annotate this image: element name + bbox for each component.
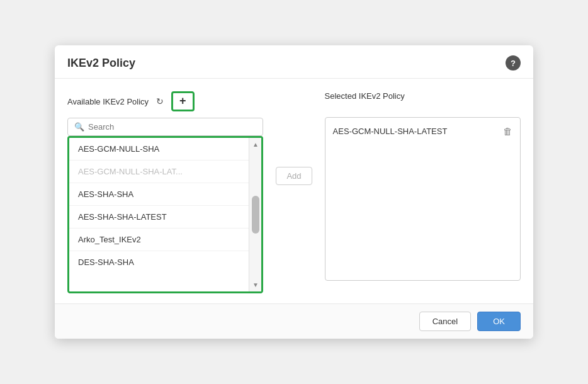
selected-item: AES-GCM-NULL-SHA-LATEST 🗑 [325,120,520,142]
left-panel-header: Available IKEv2 Policy ↻ + [67,91,263,111]
scroll-thumb[interactable] [252,196,259,234]
list-item[interactable]: AES-GCM-NULL-SHA-LAT... [69,161,249,183]
available-policy-label: Available IKEv2 Policy [67,97,149,106]
refresh-button[interactable]: ↻ [154,95,166,108]
add-to-selected-button[interactable]: Add [276,167,312,185]
ok-button[interactable]: OK [477,312,521,331]
help-icon[interactable]: ? [506,55,521,71]
search-icon: 🔍 [74,122,84,132]
scroll-down-arrow[interactable]: ▼ [251,280,261,290]
dialog-header: IKEv2 Policy ? [55,45,533,79]
columns-layout: Available IKEv2 Policy ↻ + 🔍 AES-GCM-NUL… [67,91,521,293]
available-list: AES-GCM-NULL-SHA AES-GCM-NULL-SHA-LAT...… [69,138,249,291]
selected-list: AES-GCM-NULL-SHA-LATEST 🗑 [325,117,521,281]
dialog-footer: Cancel OK [55,303,533,339]
add-new-policy-button[interactable]: + [171,91,195,111]
right-panel: Selected IKEv2 Policy AES-GCM-NULL-SHA-L… [325,91,521,281]
available-list-container: AES-GCM-NULL-SHA AES-GCM-NULL-SHA-LAT...… [67,136,263,293]
right-panel-header: Selected IKEv2 Policy [325,91,521,101]
list-item[interactable]: AES-SHA-SHA [69,183,249,206]
list-item[interactable]: AES-GCM-NULL-SHA [69,138,249,161]
dialog-title: IKEv2 Policy [67,57,135,70]
dialog-body: Available IKEv2 Policy ↻ + 🔍 AES-GCM-NUL… [55,79,533,303]
list-item[interactable]: AES-SHA-SHA-LATEST [69,206,249,229]
left-panel: Available IKEv2 Policy ↻ + 🔍 AES-GCM-NUL… [67,91,263,293]
ikev2-policy-dialog: IKEv2 Policy ? Available IKEv2 Policy ↻ … [55,45,533,339]
selected-policy-label: Selected IKEv2 Policy [325,91,405,101]
scroll-up-arrow[interactable]: ▲ [251,139,261,150]
list-item[interactable]: DES-SHA-SHA [69,251,249,273]
cancel-button[interactable]: Cancel [419,312,471,331]
selected-item-label: AES-GCM-NULL-SHA-LATEST [333,127,448,136]
scrollbar: ▲ ▼ [249,138,261,291]
middle-panel: Add [276,91,312,185]
list-item[interactable]: Arko_Test_IKEv2 [69,229,249,251]
search-input[interactable] [88,122,256,132]
delete-icon[interactable]: 🗑 [503,126,512,137]
search-area: 🔍 [67,118,263,136]
